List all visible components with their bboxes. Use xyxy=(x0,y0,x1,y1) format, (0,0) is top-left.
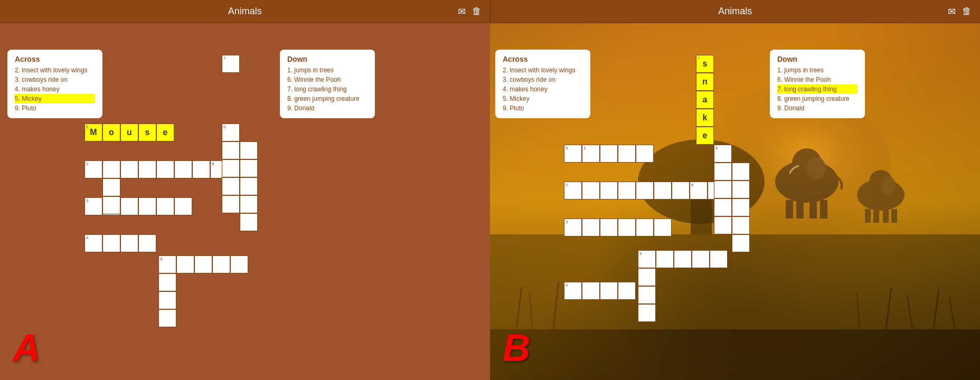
cell-2-5[interactable] xyxy=(156,160,174,178)
cell-v9-2[interactable] xyxy=(158,291,176,309)
cell-b3-5[interactable] xyxy=(636,218,654,236)
cell-4-1[interactable]: 4 xyxy=(84,234,102,252)
cell-b-snake-3[interactable]: a xyxy=(696,91,714,109)
cell-bv9-3[interactable] xyxy=(638,304,656,322)
cell-b2-2[interactable] xyxy=(582,182,600,200)
cell-5-3[interactable]: u xyxy=(120,124,138,141)
cell-4-3[interactable] xyxy=(120,234,138,252)
cell-9-1[interactable]: 9 xyxy=(158,255,176,273)
cell-5-5[interactable]: e xyxy=(156,124,174,141)
cell-b9-5[interactable] xyxy=(710,250,728,268)
down-item-a-3: 7. long crawling thing xyxy=(287,84,368,94)
cell-3-3[interactable] xyxy=(120,197,138,215)
cell-2-1[interactable]: 2 xyxy=(84,160,102,178)
cell-b-snake-5[interactable]: e xyxy=(696,127,714,145)
cell-v6-2[interactable] xyxy=(222,159,240,177)
cell-b3-1[interactable]: 3 xyxy=(564,218,582,236)
across-item-b-1: 2. insect with lovely wings xyxy=(503,65,583,75)
cell-v8-5[interactable] xyxy=(240,213,258,231)
cell-b9-1[interactable]: 9 xyxy=(638,250,656,268)
cell-bv6-1[interactable] xyxy=(714,163,732,180)
cell-9-3[interactable] xyxy=(194,255,212,273)
cell-bv9-2[interactable] xyxy=(638,286,656,304)
trash-icon-left[interactable]: 🗑 xyxy=(472,6,482,17)
cell-7-1[interactable]: 7 xyxy=(222,55,240,73)
cell-v9-3[interactable] xyxy=(158,309,176,327)
cell-v1-4[interactable] xyxy=(102,196,120,214)
across-item-b-2: 3. cowboys ride on xyxy=(503,75,583,84)
cell-3-5[interactable] xyxy=(156,197,174,215)
cell-2-7[interactable] xyxy=(192,160,210,178)
cell-bv8-3[interactable] xyxy=(732,198,750,216)
cell-b2-1[interactable]: 2 xyxy=(564,182,582,200)
cell-b9-2[interactable] xyxy=(656,250,674,268)
cell-b5-3[interactable] xyxy=(600,145,618,163)
across-item-b-4: 5. Mickey xyxy=(503,94,583,103)
cell-bv9-1[interactable] xyxy=(638,268,656,286)
cell-2-6[interactable] xyxy=(174,160,192,178)
cell-b4-4[interactable] xyxy=(618,282,636,300)
cell-2-4[interactable] xyxy=(138,160,156,178)
top-bar-right: Animals ✉ 🗑 xyxy=(491,0,981,23)
cell-5-4[interactable]: s xyxy=(138,124,156,141)
cell-bv8-1[interactable] xyxy=(732,163,750,180)
cell-b3-4[interactable] xyxy=(618,218,636,236)
cell-b3-3[interactable] xyxy=(600,218,618,236)
email-icon-left[interactable]: ✉ xyxy=(458,6,466,17)
cell-b9-3[interactable] xyxy=(674,250,692,268)
cell-b4-1[interactable]: 4 xyxy=(564,282,582,300)
cell-4-4[interactable] xyxy=(138,234,156,252)
cell-v8-4[interactable] xyxy=(240,195,258,213)
email-icon-right[interactable]: ✉ xyxy=(948,6,956,17)
cell-b-snake-2[interactable]: n xyxy=(696,73,714,91)
svg-rect-9 xyxy=(796,200,804,218)
cell-b-snake-4[interactable]: k xyxy=(696,109,714,127)
cell-9-2[interactable] xyxy=(176,255,194,273)
cell-b5-1[interactable]: 5 xyxy=(564,145,582,163)
cell-b9-4[interactable] xyxy=(692,250,710,268)
cell-v8-1[interactable] xyxy=(240,141,258,159)
cell-b2-3[interactable] xyxy=(600,182,618,200)
cell-bv8-5[interactable] xyxy=(732,234,750,252)
cell-b4-3[interactable] xyxy=(600,282,618,300)
cell-3-6[interactable] xyxy=(174,197,192,215)
cell-6-marker[interactable]: 6 xyxy=(222,124,240,141)
cell-5-1[interactable]: 5M xyxy=(84,124,102,141)
cell-b2-5[interactable] xyxy=(636,182,654,200)
cell-bv6-3[interactable] xyxy=(714,198,732,216)
cell-b3-6[interactable] xyxy=(654,218,672,236)
clue-box-down-b: Down 1. jumps in trees 6. Winnie the Poo… xyxy=(770,50,865,118)
cell-3-4[interactable] xyxy=(138,197,156,215)
cell-b5-4[interactable] xyxy=(618,145,636,163)
cell-b2-7[interactable] xyxy=(672,182,690,200)
cell-b1-mark[interactable]: 1 xyxy=(582,145,600,163)
clue-box-down-a: Down 1. jumps in trees 6. Winnie the Poo… xyxy=(280,50,375,118)
cell-v8-3[interactable] xyxy=(240,177,258,195)
cell-v8-2[interactable] xyxy=(240,159,258,177)
cell-v6-1[interactable] xyxy=(222,141,240,159)
cell-9-4[interactable] xyxy=(212,255,230,273)
cell-v6-3[interactable] xyxy=(222,177,240,195)
cell-bv6-4[interactable] xyxy=(714,216,732,234)
cell-b4-2[interactable] xyxy=(582,282,600,300)
cell-b-snake-1[interactable]: 7s xyxy=(696,55,714,73)
cell-bv6-2[interactable] xyxy=(714,180,732,198)
cell-b6-marker[interactable]: 6 xyxy=(714,145,732,163)
cell-9-5[interactable] xyxy=(230,255,248,273)
cell-b3-2[interactable] xyxy=(582,218,600,236)
trash-icon-right[interactable]: 🗑 xyxy=(962,6,972,17)
cell-b2-4[interactable] xyxy=(618,182,636,200)
cell-v1-3[interactable] xyxy=(102,178,120,196)
cell-v1-2[interactable] xyxy=(102,160,120,178)
cell-2-3[interactable] xyxy=(120,160,138,178)
cell-v6-4[interactable] xyxy=(222,195,240,213)
cell-b2-6[interactable] xyxy=(654,182,672,200)
cell-b5-5[interactable] xyxy=(636,145,654,163)
cell-bv8-2[interactable] xyxy=(732,180,750,198)
cell-v9-1[interactable] xyxy=(158,273,176,291)
cell-5-2[interactable]: o xyxy=(102,124,120,141)
cell-4-2[interactable] xyxy=(102,234,120,252)
cell-bv8-4[interactable] xyxy=(732,216,750,234)
cell-3-1[interactable]: 3 xyxy=(84,197,102,215)
cell-b8-marker[interactable]: 8 xyxy=(690,182,708,200)
